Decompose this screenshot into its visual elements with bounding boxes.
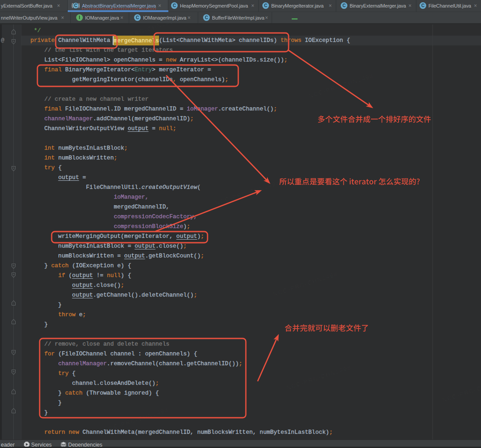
svg-text:C: C (74, 3, 77, 8)
